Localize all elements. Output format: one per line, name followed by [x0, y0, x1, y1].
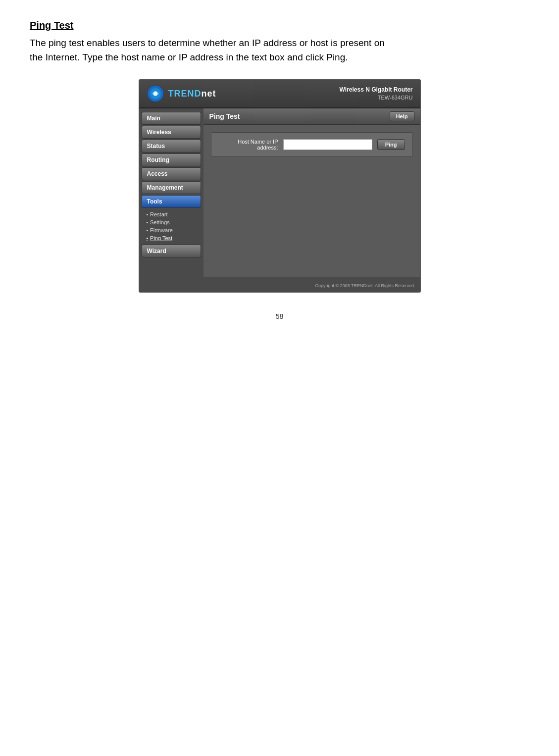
- page-title: Ping Test: [30, 20, 529, 31]
- sidebar: Main Wireless Status Routing Access Mana…: [139, 108, 203, 277]
- page-description: The ping test enables users to determine…: [30, 36, 529, 64]
- sidebar-item-status[interactable]: Status: [142, 140, 201, 152]
- ping-button[interactable]: Ping: [377, 139, 405, 150]
- ping-form-section: Host Name or IP address: Ping: [211, 132, 413, 157]
- content-body: Host Name or IP address: Ping: [203, 125, 420, 164]
- host-label: Host Name or IP address:: [219, 139, 278, 151]
- svg-point-2: [153, 92, 157, 96]
- router-ui: TRENDnet Wireless N Gigabit Router TEW-6…: [139, 79, 421, 293]
- page-number: 58: [30, 312, 529, 320]
- brand-logo: TRENDnet: [147, 85, 216, 102]
- content-area: Ping Test Help Host Name or IP address: …: [203, 108, 420, 277]
- sidebar-item-wizard[interactable]: Wizard: [142, 245, 201, 257]
- sidebar-item-routing[interactable]: Routing: [142, 153, 201, 166]
- content-header: Ping Test Help: [203, 108, 420, 125]
- sidebar-item-main[interactable]: Main: [142, 112, 201, 125]
- sidebar-sub-ping-test[interactable]: Ping Test: [147, 234, 196, 242]
- sidebar-item-management[interactable]: Management: [142, 181, 201, 194]
- copyright-text: Copyright © 2008 TRENDnet. All Rights Re…: [315, 283, 415, 288]
- router-header: TRENDnet Wireless N Gigabit Router TEW-6…: [139, 80, 420, 108]
- host-input[interactable]: [283, 139, 372, 150]
- sidebar-sub-firmware[interactable]: Firmware: [147, 226, 196, 234]
- ping-form-row: Host Name or IP address: Ping: [219, 139, 405, 151]
- sidebar-item-tools[interactable]: Tools: [142, 195, 201, 208]
- sidebar-item-access[interactable]: Access: [142, 167, 201, 180]
- help-button[interactable]: Help: [390, 111, 414, 121]
- sidebar-item-wireless[interactable]: Wireless: [142, 126, 201, 139]
- sidebar-sub-settings[interactable]: Settings: [147, 218, 196, 226]
- router-footer: Copyright © 2008 TRENDnet. All Rights Re…: [139, 277, 420, 292]
- content-title: Ping Test: [209, 112, 240, 120]
- router-body: Main Wireless Status Routing Access Mana…: [139, 108, 420, 277]
- brand-name-text: TRENDnet: [168, 89, 216, 99]
- tools-submenu: Restart Settings Firmware Ping Test: [142, 209, 201, 244]
- router-model: Wireless N Gigabit Router TEW-634GRU: [340, 86, 413, 101]
- trendnet-logo-icon: [147, 85, 164, 102]
- sidebar-sub-restart[interactable]: Restart: [147, 210, 196, 218]
